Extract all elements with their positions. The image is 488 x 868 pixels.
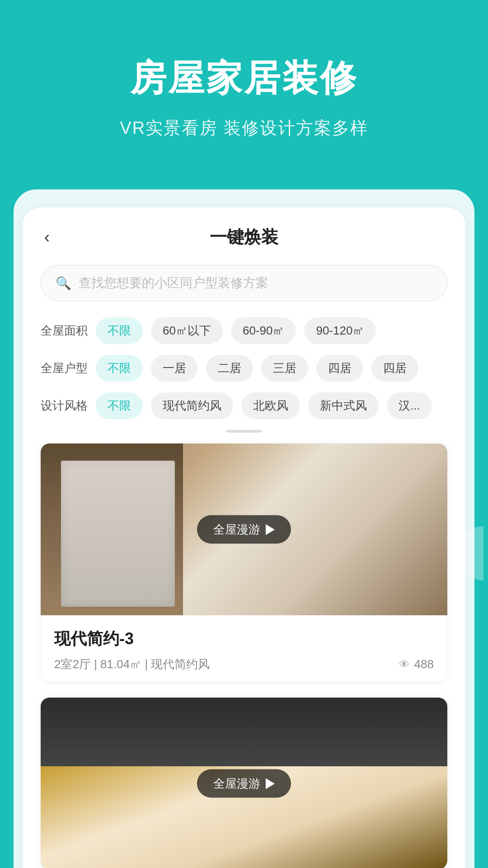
filter-tag-0-1[interactable]: 60㎡以下 [151,317,223,344]
filter-tag-1-4[interactable]: 四居 [316,355,363,382]
hero-subtitle: VR实景看房 装修设计方案多样 [27,117,461,140]
listing-details-1: 2室2厅 | 81.04㎡ | 现代简约风 [54,656,210,672]
card-title: 一键焕装 [210,226,278,249]
filter-label-1: 全屋户型 [41,360,88,376]
hero-section: 房屋家居装修 VR实景看房 装修设计方案多样 [0,0,488,167]
filter-tag-1-1[interactable]: 一居 [151,355,198,382]
filter-tag-0-0[interactable]: 不限 [96,317,143,344]
search-icon: 🔍 [56,276,71,291]
filter-tag-2-3[interactable]: 新中式风 [308,392,379,419]
filter-tag-2-1[interactable]: 现代简约风 [151,392,233,419]
listing-card[interactable]: 全屋漫游 现代简约-3 2室2厅 | 81.04㎡ | 现代简约风 👁 488 [41,443,447,681]
listing-image-2: 全屋漫游 [41,698,447,868]
filter-tag-2-2[interactable]: 北欧风 [241,392,300,419]
tour-badge-1[interactable]: 全屋漫游 [197,515,291,544]
listing-name-1: 现代简约-3 [54,628,434,650]
filter-row-0: 全屋面积不限60㎡以下60-90㎡90-120㎡ [41,317,447,344]
card-wrapper: ‹ 一键焕装 🔍 查找您想要的小区同户型装修方案 全屋面积不限60㎡以下60-9… [14,189,474,868]
filter-tag-2-4[interactable]: 汉... [387,392,432,419]
filter-label-2: 设计风格 [41,398,88,414]
drag-handle-bar [226,430,262,433]
view-count-1: 488 [414,657,434,671]
filter-tag-0-3[interactable]: 90-120㎡ [304,317,376,344]
listing-meta-1: 2室2厅 | 81.04㎡ | 现代简约风 👁 488 [54,656,434,672]
search-bar[interactable]: 🔍 查找您想要的小区同户型装修方案 [41,265,447,301]
filter-tag-2-0[interactable]: 不限 [96,392,143,419]
search-placeholder-text: 查找您想要的小区同户型装修方案 [79,274,268,292]
filters-container: 全屋面积不限60㎡以下60-90㎡90-120㎡全屋户型不限一居二居三居四居四居… [41,317,447,419]
filter-tag-1-2[interactable]: 二居 [206,355,253,382]
listing-card-2[interactable]: 全屋漫游 [41,698,447,868]
listing-image-1: 全屋漫游 [41,443,447,615]
listing-views-1: 👁 488 [399,657,434,671]
back-button[interactable]: ‹ [41,224,53,250]
filter-row-1: 全屋户型不限一居二居三居四居四居 [41,355,447,382]
eye-icon-1: 👁 [399,658,410,671]
drag-handle[interactable] [41,430,447,433]
card-header: ‹ 一键焕装 [41,226,447,249]
main-card: ‹ 一键焕装 🔍 查找您想要的小区同户型装修方案 全屋面积不限60㎡以下60-9… [23,208,465,868]
filter-tag-1-5[interactable]: 四居 [371,355,418,382]
tour-play-icon-2 [266,778,275,789]
filter-tag-1-0[interactable]: 不限 [96,355,143,382]
tour-play-icon-1 [266,524,275,535]
filter-tag-1-3[interactable]: 三居 [261,355,308,382]
filter-row-2: 设计风格不限现代简约风北欧风新中式风汉... [41,392,447,419]
listing-info-1: 现代简约-3 2室2厅 | 81.04㎡ | 现代简约风 👁 488 [41,615,447,681]
filter-label-0: 全屋面积 [41,323,88,339]
tour-badge-2[interactable]: 全屋漫游 [197,769,291,798]
filter-tag-0-2[interactable]: 60-90㎡ [231,317,296,344]
tour-label-2: 全屋漫游 [213,776,260,792]
tour-label-1: 全屋漫游 [213,522,260,538]
hero-title: 房屋家居装修 [27,54,461,103]
